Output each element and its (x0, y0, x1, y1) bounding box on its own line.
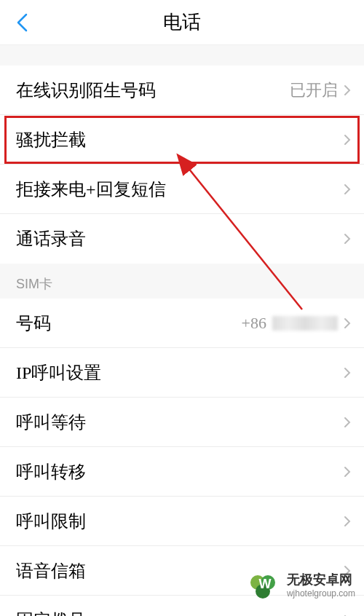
watermark-url: wjhotelgroup.com (287, 588, 355, 599)
chevron-right-icon (344, 466, 351, 478)
setting-right (344, 233, 351, 245)
chevron-right-icon (344, 317, 351, 329)
setting-harassment-block[interactable]: 骚扰拦截 (0, 115, 364, 165)
back-button[interactable] (7, 8, 36, 37)
top-spacer (0, 45, 364, 66)
page-title: 电话 (163, 9, 201, 35)
setting-right: +86 (242, 314, 351, 333)
setting-number[interactable]: 号码 +86 (0, 299, 364, 348)
setting-ip-call[interactable]: IP呼叫设置 (0, 348, 364, 398)
watermark-text: 无极安卓网 wjhotelgroup.com (287, 572, 355, 599)
setting-label: 呼叫转移 (16, 460, 86, 483)
chevron-right-icon (344, 84, 351, 96)
setting-online-id[interactable]: 在线识别陌生号码 已开启 (0, 66, 364, 115)
chevron-right-icon (344, 367, 351, 379)
setting-right (344, 183, 351, 195)
setting-label: 拒接来电+回复短信 (16, 178, 166, 201)
setting-right (344, 466, 351, 478)
setting-label: 号码 (16, 312, 51, 335)
setting-label: 在线识别陌生号码 (16, 79, 156, 102)
header: 电话 (0, 0, 364, 45)
chevron-right-icon (344, 233, 351, 245)
chevron-right-icon (344, 183, 351, 195)
watermark-logo-icon: W (249, 569, 281, 601)
chevron-right-icon (344, 516, 351, 527)
redacted-number (272, 316, 338, 331)
section-header-sim: SIM卡 (0, 264, 364, 299)
setting-label: 固定拨号 (16, 609, 86, 616)
chevron-right-icon (344, 416, 351, 428)
setting-right (344, 416, 351, 428)
setting-label: 通话录音 (16, 227, 86, 250)
setting-right: 已开启 (290, 79, 351, 101)
setting-right (344, 134, 351, 146)
setting-call-waiting[interactable]: 呼叫等待 (0, 398, 364, 447)
watermark: W 无极安卓网 wjhotelgroup.com (249, 569, 355, 601)
setting-label: 骚扰拦截 (16, 128, 86, 151)
setting-value: 已开启 (290, 79, 338, 101)
watermark-title: 无极安卓网 (287, 572, 355, 588)
setting-reject-reply[interactable]: 拒接来电+回复短信 (0, 165, 364, 214)
setting-call-forward[interactable]: 呼叫转移 (0, 447, 364, 497)
back-chevron-icon (16, 13, 28, 32)
svg-text:W: W (258, 577, 271, 591)
setting-call-recording[interactable]: 通话录音 (0, 214, 364, 264)
setting-right (344, 367, 351, 379)
chevron-right-icon (344, 134, 351, 146)
setting-right (344, 516, 351, 527)
setting-label: 语音信箱 (16, 559, 86, 583)
setting-value: +86 (242, 314, 266, 333)
setting-label: 呼叫限制 (16, 510, 86, 533)
setting-label: IP呼叫设置 (16, 361, 101, 384)
setting-label: 呼叫等待 (16, 411, 86, 434)
settings-list: 在线识别陌生号码 已开启 骚扰拦截 拒接来电+回复短信 通话录音 (0, 66, 364, 616)
setting-call-restriction[interactable]: 呼叫限制 (0, 497, 364, 546)
